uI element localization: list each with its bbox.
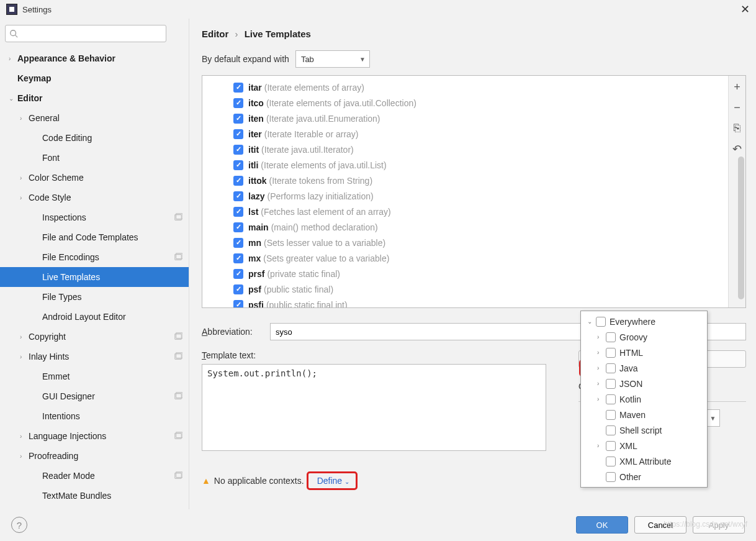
template-row-ittok[interactable]: ittok(Iterate tokens from String) (202, 173, 728, 188)
template-row-iten[interactable]: iten(Iterate java.util.Enumeration) (202, 111, 728, 126)
checkbox-icon[interactable] (606, 363, 616, 373)
context-item-java[interactable]: ›Java (581, 360, 707, 376)
context-item-groovy[interactable]: ›Groovy (581, 329, 707, 345)
checkbox-icon[interactable] (606, 457, 616, 466)
checkbox-icon[interactable] (233, 238, 243, 248)
revert-icon[interactable]: ↶ (732, 142, 742, 156)
checkbox-icon[interactable] (233, 145, 243, 155)
template-desc: (Iterate java.util.Enumeration) (266, 114, 380, 124)
checkbox-icon[interactable] (233, 191, 243, 201)
sidebar-item-editor[interactable]: ⌄Editor (0, 88, 189, 108)
ok-button[interactable]: OK (576, 516, 628, 534)
template-text-input[interactable]: System.out.println(); (202, 364, 546, 451)
sidebar-item-emmet[interactable]: Emmet (0, 366, 189, 386)
sidebar-item-live-templates[interactable]: Live Templates (0, 267, 189, 287)
copy-icon[interactable]: ⎘ (734, 122, 740, 135)
help-icon[interactable]: ? (11, 517, 27, 533)
sidebar-item-reader-mode[interactable]: Reader Mode (0, 466, 189, 486)
context-item-other[interactable]: Other (581, 469, 707, 484)
sidebar-item-file-encodings[interactable]: File Encodings (0, 247, 189, 267)
remove-icon[interactable]: − (734, 101, 740, 114)
sidebar-item-code-style[interactable]: ›Code Style (0, 188, 189, 207)
template-row-lazy[interactable]: lazy(Performs lazy initialization) (202, 188, 728, 204)
sidebar-item-android-layout-editor[interactable]: Android Layout Editor (0, 307, 189, 327)
context-item-label: Shell script (619, 425, 662, 435)
checkbox-icon[interactable] (233, 129, 243, 139)
checkbox-icon[interactable] (233, 98, 243, 108)
template-row-mx[interactable]: mx(Sets greater value to a variable) (202, 250, 728, 266)
chevron-down-icon: ⌄ (344, 478, 349, 485)
template-row-itit[interactable]: itit(Iterate java.util.Iterator) (202, 142, 728, 157)
template-row-main[interactable]: main(main() method declaration) (202, 219, 728, 235)
checkbox-icon[interactable] (606, 441, 616, 451)
checkbox-icon[interactable] (233, 207, 243, 217)
template-row-itco[interactable]: itco(Iterate elements of java.util.Colle… (202, 95, 728, 111)
checkbox-icon[interactable] (233, 300, 243, 308)
sidebar-item-general[interactable]: ›General (0, 108, 189, 128)
sidebar-item-file-types[interactable]: File Types (0, 287, 189, 307)
checkbox-icon[interactable] (233, 176, 243, 186)
template-row-prsf[interactable]: prsf(private static final) (202, 266, 728, 281)
sidebar-item-label: Emmet (42, 371, 70, 381)
context-item-label: Kotlin (619, 394, 641, 404)
checkbox-icon[interactable] (606, 348, 616, 358)
svg-point-0 (11, 30, 16, 36)
define-link[interactable]: Define ⌄ (317, 476, 349, 486)
sidebar-item-file-and-code-templates[interactable]: File and Code Templates (0, 227, 189, 247)
checkbox-icon[interactable] (606, 472, 616, 482)
checkbox-icon[interactable] (233, 160, 243, 170)
context-item-shell-script[interactable]: Shell script (581, 422, 707, 438)
chevron-icon: › (597, 380, 606, 387)
context-item-xml-attribute[interactable]: XML Attribute (581, 453, 707, 469)
checkbox-icon[interactable] (233, 222, 243, 232)
checkbox-icon[interactable] (606, 425, 616, 435)
context-item-maven[interactable]: Maven (581, 407, 707, 422)
context-item-xml[interactable]: ›XML (581, 438, 707, 453)
checkbox-icon[interactable] (596, 317, 606, 327)
svg-line-1 (16, 35, 18, 38)
sidebar-item-copyright[interactable]: ›Copyright (0, 327, 189, 347)
template-row-psf[interactable]: psf(public static final) (202, 281, 728, 297)
add-icon[interactable]: + (734, 81, 740, 94)
checkbox-icon[interactable] (606, 394, 616, 404)
checkbox-icon[interactable] (606, 332, 616, 342)
sidebar-item-textmate-bundles[interactable]: TextMate Bundles (0, 486, 189, 506)
sidebar-item-color-scheme[interactable]: ›Color Scheme (0, 168, 189, 188)
template-row-iter[interactable]: iter(Iterate Iterable or array) (202, 126, 728, 142)
sidebar-item-appearance-behavior[interactable]: ›Appearance & Behavior (0, 48, 189, 68)
sidebar-item-gui-designer[interactable]: GUI Designer (0, 386, 189, 406)
sidebar-item-intentions[interactable]: Intentions (0, 406, 189, 426)
sidebar-item-inlay-hints[interactable]: ›Inlay Hints (0, 347, 189, 366)
sidebar-item-proofreading[interactable]: ›Proofreading (0, 446, 189, 466)
context-item-html[interactable]: ›HTML (581, 345, 707, 360)
template-row-mn[interactable]: mn(Sets lesser value to a variable) (202, 235, 728, 250)
sidebar-item-inspections[interactable]: Inspections (0, 207, 189, 227)
chevron-icon: › (9, 55, 17, 62)
sidebar-item-code-editing[interactable]: Code Editing (0, 128, 189, 148)
sidebar-item-keymap[interactable]: Keymap (0, 68, 189, 88)
template-row-lst[interactable]: lst(Fetches last element of an array) (202, 204, 728, 219)
template-row-itli[interactable]: itli(Iterate elements of java.util.List) (202, 157, 728, 173)
sidebar-item-font[interactable]: Font (0, 148, 189, 168)
chevron-icon: › (597, 334, 606, 340)
checkbox-icon[interactable] (233, 284, 243, 294)
template-row-itar[interactable]: itar(Iterate elements of array) (202, 80, 728, 95)
checkbox-icon[interactable] (606, 410, 616, 420)
scrollbar[interactable] (738, 157, 744, 299)
context-item-everywhere[interactable]: ⌄Everywhere (581, 314, 707, 329)
close-icon[interactable]: ✕ (740, 2, 750, 16)
checkbox-icon[interactable] (233, 269, 243, 279)
context-item-json[interactable]: ›JSON (581, 376, 707, 391)
checkbox-icon[interactable] (606, 379, 616, 389)
checkbox-icon[interactable] (233, 253, 243, 263)
checkbox-icon[interactable] (233, 114, 243, 124)
search-input[interactable] (5, 25, 166, 42)
template-desc: (Iterate elements of java.util.List) (261, 160, 386, 170)
expand-default-select[interactable]: Tab ▼ (295, 50, 370, 68)
context-item-kotlin[interactable]: ›Kotlin (581, 391, 707, 407)
sidebar-item-language-injections[interactable]: ›Language Injections (0, 426, 189, 446)
sidebar-item-label: GUI Designer (42, 391, 95, 401)
checkbox-icon[interactable] (233, 83, 243, 93)
template-row-psfi[interactable]: psfi(public static final int) (202, 297, 728, 307)
sidebar-item-label: Intentions (42, 411, 80, 421)
